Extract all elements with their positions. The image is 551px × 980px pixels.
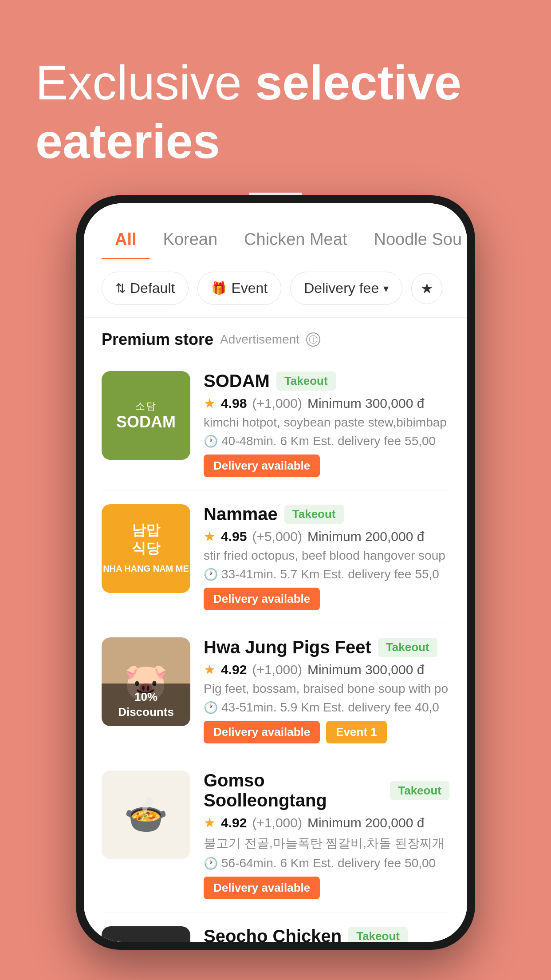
clock-icon: 🕐 xyxy=(204,701,218,715)
review-count: (+5,000) xyxy=(252,529,302,544)
hero-title: Exclusive selective eateries xyxy=(35,53,516,170)
restaurant-info-seocho: Seocho Chicken Takeout ★ 4.94 (+1,000) M… xyxy=(204,926,449,942)
restaurant-info-hwajung: Hwa Jung Pigs Feet Takeout ★ 4.92 (+1,00… xyxy=(204,637,449,743)
rating-row: ★ 4.92 (+1,000) Minimum 200,000 đ xyxy=(204,815,449,830)
restaurant-name: Hwa Jung Pigs Feet xyxy=(204,637,371,657)
list-item[interactable]: 남맙식당NHA HANG NAM ME Nammae Takeout ★ 4.9… xyxy=(102,491,449,624)
delivery-available-tag: Delivery available xyxy=(204,454,320,477)
description: Pig feet, bossam, braised bone soup with… xyxy=(204,682,449,696)
restaurant-info-gomso: Gomso Soolleongtang Takeout ★ 4.92 (+1,0… xyxy=(204,771,449,899)
star-icon: ★ xyxy=(204,529,216,544)
favorite-filter-button[interactable]: ★ xyxy=(411,273,442,304)
sodam-logo: 소담 SODAM xyxy=(116,399,176,431)
clock-icon: 🕐 xyxy=(204,568,218,581)
star-icon: ★ xyxy=(204,395,216,411)
gomso-logo: 🍲 xyxy=(124,794,168,836)
min-order: Minimum 200,000 đ xyxy=(307,529,424,544)
sort-icon: ⇅ xyxy=(115,281,126,296)
advertisement-label: Advertisement xyxy=(220,332,299,347)
restaurant-list: 소담 SODAM SODAM Takeout ★ 4.98 xyxy=(84,358,467,942)
tab-chicken-meat[interactable]: Chicken Meat xyxy=(231,221,360,259)
restaurant-image-gomso: 🍲 xyxy=(102,771,190,859)
rating-number: 4.92 xyxy=(221,815,247,830)
delivery-fee: 50,00 xyxy=(405,856,436,870)
rating-row: ★ 4.98 (+1,000) Minimum 300,000 đ xyxy=(204,395,449,411)
list-item[interactable]: 🐷 10%Discounts Hwa Jung Pigs Feet Takeou… xyxy=(102,624,449,757)
restaurant-name: Gomso Soolleongtang xyxy=(204,771,383,810)
category-tabs: All Korean Chicken Meat Noodle Sou xyxy=(84,203,467,259)
delivery-info: 🕐 43-51min. 5.9 Km Est. delivery fee 40,… xyxy=(204,700,449,715)
list-item[interactable]: 🍗 SEOCHOCHICKEN Seocho Chicken Takeout ★ xyxy=(102,913,449,942)
delivery-time: 43-51min. xyxy=(221,700,277,715)
tab-korean[interactable]: Korean xyxy=(150,221,231,259)
default-filter-button[interactable]: ⇅ Default xyxy=(102,272,189,305)
distance: 5.9 Km xyxy=(280,700,320,715)
rating-number: 4.95 xyxy=(221,529,247,544)
phone-mockup: All Korean Chicken Meat Noodle Sou ⇅ Def… xyxy=(76,195,475,950)
event-filter-label: Event xyxy=(231,280,268,296)
delivery-time: 56-64min. xyxy=(221,856,277,870)
name-row: Hwa Jung Pigs Feet Takeout xyxy=(204,637,449,657)
star-icon: ★ xyxy=(421,280,433,297)
restaurant-info-sodam: SODAM Takeout ★ 4.98 (+1,000) Minimum 30… xyxy=(204,371,449,477)
event-tag: Event 1 xyxy=(326,721,387,743)
est-fee-label: Est. delivery fee xyxy=(323,567,411,581)
description: stir fried octopus, beef blood hangover … xyxy=(204,549,449,563)
clock-icon: 🕐 xyxy=(204,435,218,448)
min-order: Minimum 300,000 đ xyxy=(307,396,424,411)
est-fee-label: Est. delivery fee xyxy=(323,700,411,715)
delivery-fee-filter-button[interactable]: Delivery fee ▾ xyxy=(290,272,402,305)
distance: 6 Km xyxy=(280,856,309,870)
event-filter-button[interactable]: 🎁 Event xyxy=(197,272,281,305)
min-order: Minimum 200,000 đ xyxy=(307,815,424,830)
tags-row: Delivery available xyxy=(204,588,449,610)
delivery-fee: 40,0 xyxy=(415,700,439,715)
info-icon[interactable]: ⓘ xyxy=(306,332,320,347)
delivery-fee-label: Delivery fee xyxy=(304,280,379,296)
description: kimchi hotpot, soybean paste stew,bibimb… xyxy=(204,415,449,430)
restaurant-image-hwajung: 🐷 10%Discounts xyxy=(102,637,190,726)
tags-row: Delivery available xyxy=(204,454,449,477)
distance: 6 Km xyxy=(280,434,309,448)
description: 불고기 전골,마늘폭탄 찜갈비,차돌 된장찌개 xyxy=(204,835,449,852)
list-item[interactable]: 소담 SODAM SODAM Takeout ★ 4.98 xyxy=(102,358,449,491)
hero-title-light: Exclusive xyxy=(35,55,255,110)
takeout-badge: Takeout xyxy=(348,927,408,942)
delivery-info: 🕐 33-41min. 5.7 Km Est. delivery fee 55,… xyxy=(204,567,449,581)
takeout-badge: Takeout xyxy=(390,781,449,800)
delivery-time: 33-41min. xyxy=(221,567,277,581)
delivery-info: 🕐 40-48min. 6 Km Est. delivery fee 55,00 xyxy=(204,434,449,448)
clock-icon: 🕐 xyxy=(204,857,218,870)
name-row: Seocho Chicken Takeout xyxy=(204,926,449,942)
discount-badge: 10%Discounts xyxy=(102,684,190,726)
tab-noodle-soup[interactable]: Noodle Sou xyxy=(360,221,467,259)
phone-screen: All Korean Chicken Meat Noodle Sou ⇅ Def… xyxy=(84,203,467,942)
phone-inner: All Korean Chicken Meat Noodle Sou ⇅ Def… xyxy=(84,203,467,942)
delivery-available-tag: Delivery available xyxy=(204,588,320,610)
est-fee-label: Est. delivery fee xyxy=(313,434,401,448)
tags-row: Delivery available xyxy=(204,877,449,899)
phone-outer: All Korean Chicken Meat Noodle Sou ⇅ Def… xyxy=(76,195,475,950)
rating-number: 4.98 xyxy=(221,396,247,411)
review-count: (+1,000) xyxy=(252,396,302,411)
premium-header: Premium store Advertisement ⓘ xyxy=(84,318,467,358)
restaurant-name: Nammae xyxy=(204,504,278,524)
delivery-fee: 55,00 xyxy=(405,434,436,448)
tags-row: Delivery available Event 1 xyxy=(204,721,449,743)
filter-row: ⇅ Default 🎁 Event Delivery fee ▾ ★ xyxy=(84,259,467,318)
restaurant-image-nammae: 남맙식당NHA HANG NAM ME xyxy=(102,504,190,593)
chicken-icon: 🍗 xyxy=(120,940,172,942)
default-filter-label: Default xyxy=(130,280,175,296)
delivery-time: 40-48min. xyxy=(221,434,277,448)
tab-all[interactable]: All xyxy=(102,221,150,259)
list-item[interactable]: 🍲 Gomso Soolleongtang Takeout ★ 4.92 (+1… xyxy=(102,757,449,913)
restaurant-name: SODAM xyxy=(204,371,270,391)
takeout-badge: Takeout xyxy=(378,638,437,657)
takeout-badge: Takeout xyxy=(284,505,344,524)
review-count: (+1,000) xyxy=(252,815,302,830)
min-order: Minimum 300,000 đ xyxy=(307,662,424,677)
delivery-available-tag: Delivery available xyxy=(204,721,320,743)
restaurant-info-nammae: Nammae Takeout ★ 4.95 (+5,000) Minimum 2… xyxy=(204,504,449,610)
rating-row: ★ 4.95 (+5,000) Minimum 200,000 đ xyxy=(204,529,449,544)
star-icon: ★ xyxy=(204,662,216,677)
